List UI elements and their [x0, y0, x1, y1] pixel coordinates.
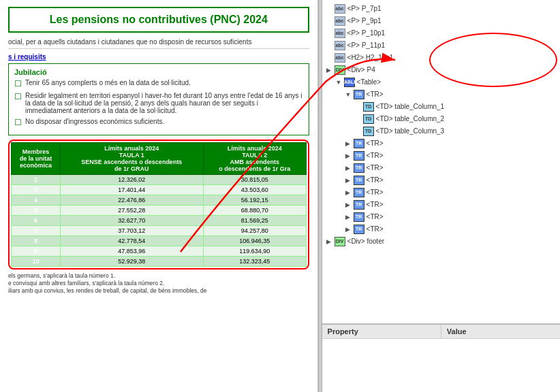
tree-arrow-tr9[interactable]: ▶ — [345, 225, 354, 234]
tree-item-p11p1[interactable]: abc <P> P_11p1 — [325, 39, 557, 52]
req-text-1: Tenir 65 anys complerts o més en la data… — [25, 79, 191, 86]
table-row: 527.552,2868.880,70 — [12, 206, 307, 216]
tree-item-tr1[interactable]: ▼TR <TR> — [325, 88, 557, 101]
tree-label-h2p1: <H2> H2_12p1 — [347, 52, 394, 63]
tree-item-divp4[interactable]: ▶DIV <Div> P4 — [325, 64, 557, 76]
tree-label-tr9: <TR> — [367, 224, 384, 235]
tree-item-p9p1[interactable]: abc <P> P_9p1 — [325, 15, 557, 27]
tr-icon: TR — [354, 200, 364, 210]
table-cell: 17.401,44 — [60, 185, 203, 195]
tree-arrow-tr7[interactable]: ▶ — [345, 200, 354, 210]
tree-item-table[interactable]: ▼TABLE <Table> — [325, 76, 557, 88]
tree-arrow-divfooter[interactable]: ▶ — [326, 237, 335, 246]
tree-item-td3[interactable]: TD <TD> table_Column_3 — [325, 125, 557, 137]
table-cell: 8 — [12, 236, 61, 246]
td-icon: TD — [363, 102, 374, 112]
tr-icon: TR — [354, 151, 364, 161]
table-cell: 37.703,12 — [60, 226, 203, 236]
table-cell: 10 — [12, 257, 61, 267]
table-row: 212.326,0230.815,05 — [12, 175, 307, 185]
tr-icon: TR — [354, 188, 364, 197]
tree-arrow-tr3[interactable]: ▶ — [345, 151, 354, 161]
table-cell: 2 — [12, 175, 61, 185]
footer-note-2: e convisqui amb altres familiars, s'apli… — [8, 280, 309, 287]
left-panel: Les pensions no contributives (PNC) 2024… — [0, 0, 318, 392]
table-cell: 27.552,28 — [60, 206, 203, 216]
tree-item-h2p1[interactable]: abc <H2> H2_12p1 — [325, 52, 557, 64]
td-icon: TD — [363, 127, 374, 136]
tr-icon: TR — [354, 176, 364, 185]
table-row: 947.853,96119.634,90 — [12, 246, 307, 257]
tree-label-td2: <TD> table_Column_2 — [376, 114, 445, 125]
table-cell: 9 — [12, 246, 61, 257]
abc-icon: abc — [335, 53, 345, 63]
abc-icon: abc — [335, 29, 345, 38]
tree-arrow-tr2[interactable]: ▶ — [345, 139, 354, 148]
tree-arrow-divp4[interactable]: ▶ — [326, 65, 335, 75]
table-cell: 5 — [12, 206, 61, 216]
tree-item-tr2[interactable]: ▶TR <TR> — [325, 137, 557, 150]
footer-note-3: iliars amb qui convius, les rendes de tr… — [8, 287, 309, 295]
tree-item-tr6[interactable]: ▶TR <TR> — [325, 186, 557, 199]
tree-item-tr9[interactable]: ▶TR <TR> — [325, 223, 557, 235]
req-item-2: ☐ Residir legalment en territori espanyo… — [14, 92, 303, 114]
table-cell: 94.257,80 — [203, 226, 306, 236]
tr-icon: TR — [354, 139, 364, 148]
table-section: Membresde la unitateconòmica Límits anua… — [8, 140, 309, 270]
table-row: 422.476,8656.192,15 — [12, 195, 307, 206]
tree-label-p11p1: <P> P_11p1 — [347, 40, 386, 51]
tree-label-p7p1: <P> P_7p1 — [347, 3, 382, 14]
properties-header: Property Value — [322, 325, 560, 339]
checkbox-icon-3: ☐ — [14, 118, 22, 127]
tree-label-tr5: <TR> — [367, 175, 384, 186]
abc-icon: abc — [335, 16, 345, 26]
tree-label-tr6: <TR> — [367, 187, 384, 198]
tree-item-tr3[interactable]: ▶TR <TR> — [325, 150, 557, 162]
tree-label-tr7: <TR> — [367, 199, 384, 210]
tree-item-p10p1[interactable]: abc <P> P_10p1 — [325, 27, 557, 39]
data-table: Membresde la unitateconòmica Límits anua… — [11, 142, 307, 267]
properties-body — [322, 339, 560, 344]
tree-label-td1: <TD> table_Column_1 — [376, 101, 445, 112]
tree-arrow-tr4[interactable]: ▶ — [345, 163, 354, 173]
tree-arrow-tr8[interactable]: ▶ — [345, 212, 354, 222]
table-cell: 3 — [12, 185, 61, 195]
tree-label-p9p1: <P> P_9p1 — [347, 16, 382, 27]
tree-item-td1[interactable]: TD <TD> table_Column_1 — [325, 101, 557, 113]
checkbox-icon-1: ☐ — [14, 79, 22, 88]
tree-item-tr5[interactable]: ▶TR <TR> — [325, 174, 557, 186]
table-cell: 12.326,02 — [60, 175, 203, 185]
table-cell: 47.853,96 — [60, 246, 203, 257]
req-text-3: No disposar d'ingressos econòmics sufici… — [25, 118, 164, 125]
table-cell: 6 — [12, 216, 61, 226]
tree-item-divfooter[interactable]: ▶DIV <Div> footer — [325, 235, 557, 248]
table-cell: 32.627,70 — [60, 216, 203, 226]
tree-item-tr8[interactable]: ▶TR <TR> — [325, 211, 557, 223]
table-row: 737.703,1294.257,80 — [12, 226, 307, 236]
footer-text: els germans, s'aplicarà la taula número … — [8, 272, 309, 295]
properties-panel: Property Value — [322, 324, 560, 392]
tree-arrow-tr6[interactable]: ▶ — [345, 188, 354, 197]
section-link[interactable]: s i requisits — [8, 53, 309, 61]
table-cell: 81.569,25 — [203, 216, 306, 226]
table-row: 1052.929,38132.323,45 — [12, 257, 307, 267]
tr-icon: TR — [354, 163, 364, 173]
tree-item-td2[interactable]: TD <TD> table_Column_2 — [325, 113, 557, 125]
table-cell: 52.929,38 — [60, 257, 203, 267]
tree-label-divp4: <Div> P4 — [347, 65, 375, 76]
tree-label-p10p1: <P> P_10p1 — [347, 28, 386, 39]
tree-arrow-tr1[interactable]: ▼ — [345, 90, 354, 99]
div-icon: DIV — [335, 237, 345, 246]
tree-label-td3: <TD> table_Column_3 — [376, 126, 445, 137]
tree-label-table: <Table> — [357, 77, 382, 88]
tree-item-tr7[interactable]: ▶TR <TR> — [325, 199, 557, 211]
tree-label-tr8: <TR> — [367, 212, 384, 223]
page-title: Les pensions no contributives (PNC) 2024 — [8, 7, 309, 33]
tree-arrow-tr5[interactable]: ▶ — [345, 176, 354, 185]
intro-text: ocial, per a aquells ciutadans i ciutada… — [8, 38, 309, 49]
table-row: 632.627,7081.569,25 — [12, 216, 307, 226]
footer-note-1: els germans, s'aplicarà la taula número … — [8, 272, 309, 280]
tree-item-p7p1[interactable]: abc <P> P_7p1 — [325, 3, 557, 15]
tree-item-tr4[interactable]: ▶TR <TR> — [325, 162, 557, 174]
table-icon: TABLE — [344, 78, 355, 87]
